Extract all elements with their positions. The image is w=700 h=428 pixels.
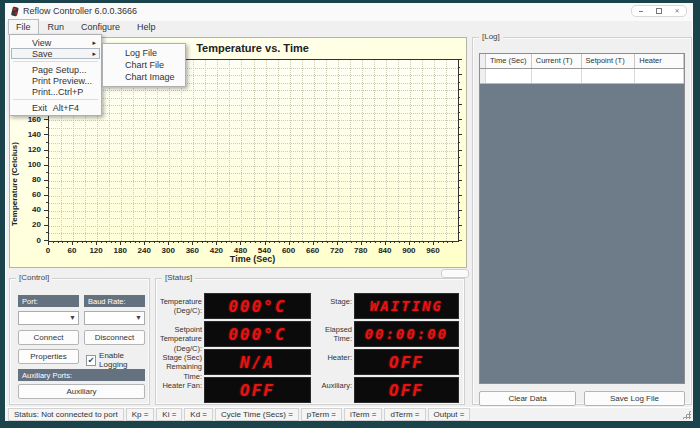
save-log-file-button[interactable]: Save Log File: [584, 391, 685, 406]
left-display-setpoint: 000°C: [204, 321, 311, 347]
x-tick: [72, 241, 73, 245]
y-tick-right: [458, 232, 460, 233]
file-menu-item-print[interactable]: Print...Ctrl+P: [11, 86, 100, 97]
minimize-button[interactable]: [635, 7, 647, 15]
file-menu-item-print-preview[interactable]: Print Preview...: [11, 75, 100, 86]
statusbar-field-pterm: pTerm =: [301, 408, 342, 421]
enable-logging-checkbox[interactable]: ✔ Enable Logging: [86, 351, 149, 369]
log-column-header-time-sec[interactable]: Time (Sec): [486, 54, 532, 68]
x-tick: [399, 241, 400, 243]
save-submenu: Log FileChart FileChart Image: [102, 43, 186, 87]
y-tick: [44, 119, 48, 120]
log-table-header: Time (Sec)Current (T)Setpoint (T)Heater: [480, 54, 684, 69]
x-tick: [173, 241, 174, 243]
y-tick-right: [458, 74, 462, 75]
menubar-item-run[interactable]: Run: [40, 19, 73, 35]
y-tick-right: [458, 187, 460, 188]
y-tick-right: [458, 165, 462, 166]
log-column-header-heater[interactable]: Heater: [635, 54, 684, 68]
x-tick: [332, 241, 333, 243]
x-tick: [106, 241, 107, 243]
checkbox-check-icon: ✔: [86, 355, 96, 366]
x-axis-title: Time (Sec): [48, 254, 457, 264]
x-tick: [212, 241, 213, 243]
x-tick-label: 60: [60, 246, 84, 255]
x-tick: [452, 241, 453, 243]
menubar-item-configure[interactable]: Configure: [73, 19, 128, 35]
auxiliary-button[interactable]: Auxiliary: [18, 384, 145, 399]
x-tick: [226, 241, 227, 243]
log-legend: [Log]: [479, 32, 503, 41]
x-tick: [149, 241, 150, 243]
x-tick: [298, 241, 299, 243]
submenu-arrow-icon: ▸: [92, 50, 96, 58]
save-submenu-item-chart-image[interactable]: Chart Image: [104, 71, 184, 83]
x-tick-label: 840: [373, 246, 397, 255]
x-tick: [433, 241, 434, 245]
y-tick: [44, 180, 48, 181]
file-menu-item-save[interactable]: Save▸: [11, 48, 100, 59]
clear-data-button[interactable]: Clear Data: [479, 391, 576, 406]
x-tick-label: 780: [349, 246, 373, 255]
statusbar-field-cycle-time-secs: Cycle Time (Secs) =: [215, 408, 299, 421]
save-submenu-label: Chart File: [125, 60, 164, 70]
file-menu-label: Exit: [32, 103, 47, 113]
disconnect-button[interactable]: Disconnect: [84, 330, 145, 345]
menubar-item-file[interactable]: File: [8, 19, 39, 35]
close-button[interactable]: ✕: [671, 7, 683, 15]
y-tick-label: 80: [17, 175, 41, 184]
right-display-auxiliary: OFF: [354, 377, 459, 403]
x-tick: [274, 241, 275, 243]
baud-rate-select[interactable]: ▼: [84, 311, 145, 325]
x-tick: [351, 241, 352, 243]
connect-button[interactable]: Connect: [18, 330, 79, 345]
log-table[interactable]: Time (Sec)Current (T)Setpoint (T)Heater: [479, 53, 685, 384]
properties-button[interactable]: Properties: [18, 349, 79, 364]
x-tick: [82, 241, 83, 243]
x-tick: [231, 241, 232, 243]
port-select[interactable]: ▼: [18, 311, 79, 325]
y-tick-right: [458, 210, 462, 211]
file-menu-item-page-setup[interactable]: Page Setup...: [11, 64, 100, 75]
x-tick: [409, 241, 410, 245]
file-menu-item-exit[interactable]: ExitAlt+F4: [11, 102, 100, 113]
y-tick: [46, 157, 48, 158]
enable-logging-label: Enable Logging: [99, 351, 149, 369]
x-tick: [67, 241, 68, 243]
left-status-label-heater-fan: Heater Fan:: [158, 381, 202, 390]
y-tick-label: 40: [17, 205, 41, 214]
y-tick: [44, 134, 48, 135]
x-tick: [265, 241, 266, 245]
x-tick: [101, 241, 102, 243]
x-tick: [279, 241, 280, 243]
right-status-label-heater: Heater:: [308, 353, 352, 362]
x-tick-label: 0: [36, 246, 60, 255]
file-menu-separator: [13, 99, 98, 100]
chart-hscrollbar-thumb[interactable]: [441, 269, 469, 278]
x-tick: [370, 241, 371, 243]
x-tick: [313, 241, 314, 245]
y-tick: [44, 225, 48, 226]
save-submenu-item-log-file[interactable]: Log File: [104, 47, 184, 59]
menubar-item-help[interactable]: Help: [129, 19, 164, 35]
file-menu-item-view[interactable]: View▸: [11, 37, 100, 48]
x-tick: [168, 241, 169, 245]
right-display-elapsed: 00:00:00: [354, 321, 459, 347]
y-tick: [44, 150, 48, 151]
log-empty-cell: [486, 69, 532, 83]
y-tick-right: [458, 142, 460, 143]
y-tick-right: [458, 97, 460, 98]
x-tick: [269, 241, 270, 243]
y-tick: [46, 142, 48, 143]
maximize-button[interactable]: [653, 7, 665, 15]
log-column-header-current-t[interactable]: Current (T): [532, 54, 582, 68]
y-tick-right: [458, 82, 460, 83]
log-table-empty-row[interactable]: [480, 69, 684, 84]
save-submenu-item-chart-file[interactable]: Chart File: [104, 59, 184, 71]
x-tick: [207, 241, 208, 243]
x-tick: [380, 241, 381, 243]
y-tick-label: 20: [17, 220, 41, 229]
x-tick: [447, 241, 448, 243]
x-tick-label: 360: [180, 246, 204, 255]
log-column-header-setpoint-t[interactable]: Setpoint (T): [582, 54, 636, 68]
